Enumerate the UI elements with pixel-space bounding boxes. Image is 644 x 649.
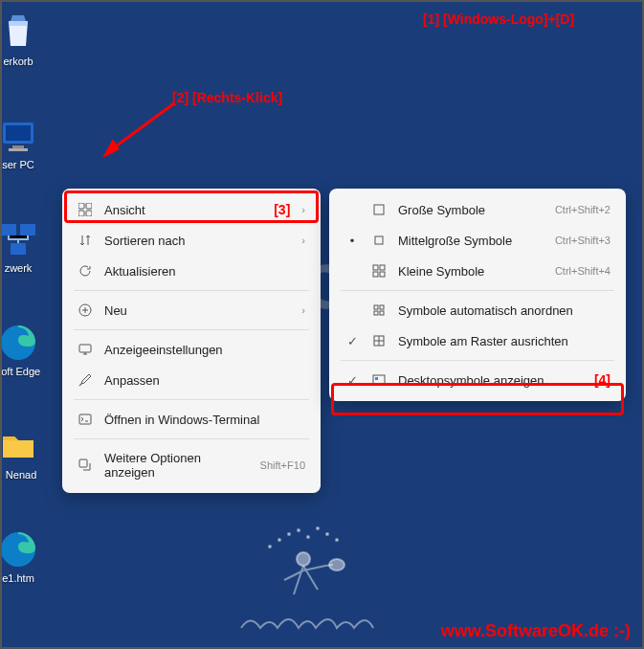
svg-rect-3 — [9, 148, 28, 151]
menu-item-label: Ansicht — [104, 203, 233, 217]
annotation-3: [3] — [274, 202, 290, 217]
menu-shortcut: Ctrl+Shift+3 — [555, 235, 611, 246]
chevron-right-icon: › — [301, 204, 305, 215]
menu-item-label: Desktopsymbole anzeigen — [398, 373, 571, 388]
check-icon: ✓ — [344, 333, 360, 348]
desktop-icon-label: , Nenad — [0, 469, 52, 481]
blank-icon — [344, 302, 360, 318]
menu-item-label: Kleine Symbole — [398, 264, 524, 279]
brush-icon — [78, 372, 93, 388]
svg-rect-28 — [380, 311, 384, 315]
grid-icon — [371, 333, 387, 348]
svg-point-32 — [297, 552, 310, 566]
bullet-icon: • — [344, 233, 360, 248]
svg-rect-21 — [373, 265, 378, 270]
menu-shortcut: Ctrl+Shift+4 — [555, 265, 611, 277]
menu-separator — [74, 438, 309, 439]
desktop-icon-label: soft Edge — [0, 366, 52, 377]
menu-separator — [74, 329, 309, 330]
svg-rect-14 — [86, 211, 92, 216]
menu-shortcut: Shift+F10 — [260, 459, 305, 471]
menu-item-label: Aktualisieren — [104, 264, 305, 279]
menu-separator — [74, 290, 309, 291]
svg-rect-30 — [373, 375, 385, 384]
desktop-icon-label: erkorb — [0, 56, 52, 67]
menu-item-refresh[interactable]: Aktualisieren — [68, 256, 315, 286]
annotation-4: [4] — [594, 372, 611, 388]
desktop-icon-folder[interactable]: , Nenad — [0, 427, 52, 481]
menu-item-medium-icons[interactable]: • Mittelgroße Symbole Ctrl+Shift+3 — [335, 225, 620, 256]
menu-item-sort[interactable]: Sortieren nach › — [68, 225, 315, 256]
edge-icon — [0, 530, 37, 569]
svg-rect-6 — [11, 243, 26, 255]
menu-item-view[interactable]: Ansicht [3] › — [68, 194, 315, 225]
svg-point-36 — [298, 529, 300, 531]
desktop-icon-label: zwerk — [0, 262, 52, 274]
menu-item-more-options[interactable]: Weitere Optionen anzeigen Shift+F10 — [68, 443, 315, 487]
chevron-right-icon: › — [301, 235, 305, 246]
svg-rect-12 — [86, 203, 92, 209]
svg-point-33 — [329, 559, 344, 571]
menu-separator — [74, 399, 309, 400]
svg-rect-27 — [374, 311, 378, 315]
desktop-icon-edge-file[interactable]: e1.htm — [0, 530, 52, 584]
menu-item-terminal[interactable]: Öffnen in Windows-Terminal — [68, 404, 315, 435]
menu-item-new[interactable]: Neu › — [68, 295, 315, 325]
svg-rect-1 — [6, 125, 31, 141]
menu-item-label: Mittelgroße Symbole — [398, 234, 524, 248]
menu-item-label: Neu — [104, 303, 290, 318]
desktop-icon-network[interactable]: zwerk — [0, 220, 52, 274]
menu-item-label: Anpassen — [104, 373, 305, 388]
edge-icon — [0, 324, 37, 362]
small-icons-icon — [371, 263, 387, 279]
menu-item-label: Anzeigeeinstellungen — [104, 343, 305, 357]
folder-icon — [0, 427, 37, 465]
svg-rect-18 — [79, 459, 87, 467]
sort-icon — [78, 233, 93, 248]
more-icon — [78, 458, 93, 473]
desktop-context-menu: Ansicht [3] › Sortieren nach › Aktualisi… — [62, 189, 321, 493]
pc-icon — [0, 117, 37, 155]
menu-item-display-settings[interactable]: Anzeigeeinstellungen — [68, 334, 315, 365]
view-submenu: Große Symbole Ctrl+Shift+2 • Mittelgroße… — [329, 189, 626, 401]
svg-rect-17 — [79, 414, 91, 424]
desktop-icons-icon — [371, 372, 387, 388]
menu-shortcut: Ctrl+Shift+2 — [555, 204, 611, 215]
svg-point-38 — [317, 527, 319, 529]
desktop-icon-label: e1.htm — [0, 572, 52, 584]
menu-item-show-desktop-icons[interactable]: ✓ Desktopsymbole anzeigen [4] — [335, 365, 620, 395]
menu-item-label: Sortieren nach — [104, 234, 290, 248]
display-icon — [78, 342, 93, 357]
menu-item-label: Symbole automatisch anordnen — [398, 303, 611, 318]
large-icons-icon — [371, 202, 387, 217]
svg-rect-16 — [79, 345, 91, 352]
menu-item-personalize[interactable]: Anpassen — [68, 365, 315, 395]
svg-rect-26 — [380, 305, 384, 309]
check-icon: ✓ — [344, 372, 360, 388]
annotation-1: [1] [Windows-Logo]+[D] — [423, 11, 574, 27]
svg-rect-20 — [375, 236, 383, 244]
desktop-icon-recycle-bin[interactable]: erkorb — [0, 13, 52, 67]
menu-item-large-icons[interactable]: Große Symbole Ctrl+Shift+2 — [335, 194, 620, 225]
menu-item-label: Symbole am Raster ausrichten — [398, 334, 611, 348]
svg-line-9 — [109, 103, 174, 151]
desktop-icon-this-pc[interactable]: ser PC — [0, 117, 52, 170]
svg-point-35 — [288, 533, 290, 535]
svg-rect-4 — [1, 224, 16, 235]
svg-point-40 — [336, 539, 338, 541]
blank-icon — [344, 263, 360, 279]
medium-icons-icon — [371, 233, 387, 248]
menu-item-small-icons[interactable]: Kleine Symbole Ctrl+Shift+4 — [335, 256, 620, 286]
annotation-2: [2] [Rechts-Klick] — [172, 90, 282, 105]
arrow-annotation — [98, 98, 184, 165]
svg-point-37 — [307, 536, 309, 538]
svg-rect-11 — [78, 203, 84, 209]
menu-separator — [341, 360, 614, 361]
menu-item-auto-arrange[interactable]: Symbole automatisch anordnen — [335, 295, 620, 325]
site-label: www.SoftwareOK.de :-) — [441, 621, 631, 641]
desktop-icon-label: ser PC — [0, 159, 52, 170]
svg-rect-31 — [375, 377, 378, 380]
desktop-icon-edge[interactable]: soft Edge — [0, 324, 52, 377]
menu-item-label: Weitere Optionen anzeigen — [104, 451, 230, 480]
menu-item-align-grid[interactable]: ✓ Symbole am Raster ausrichten — [335, 325, 620, 356]
